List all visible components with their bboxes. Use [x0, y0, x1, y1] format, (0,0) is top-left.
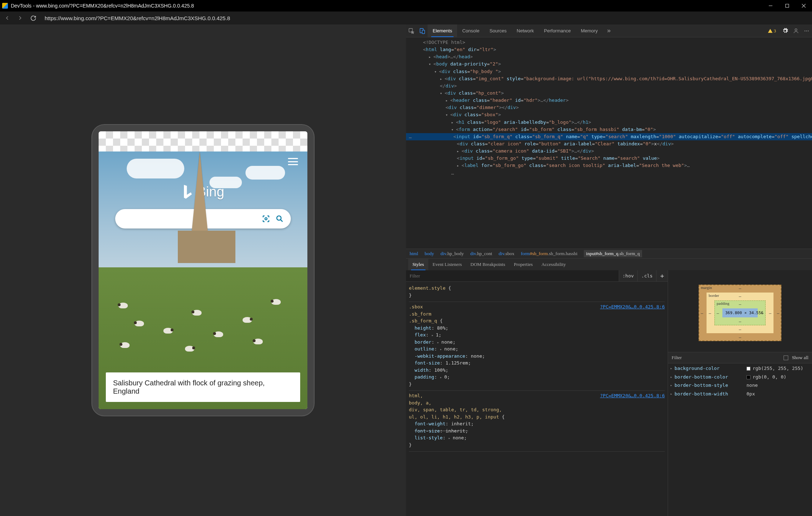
window-minimize-button[interactable]: [762, 0, 779, 12]
bing-hero: Bing: [99, 151, 307, 409]
dom-tree-line[interactable]: <html lang="en" dir="ltr">: [406, 46, 812, 53]
nav-forward-button[interactable]: [16, 14, 24, 22]
css-rule-block[interactable]: element.style {}: [409, 283, 665, 302]
dom-tree-line[interactable]: <h1 class="logo" aria-labelledby="b_logo…: [406, 119, 812, 126]
inspect-element-icon[interactable]: [406, 24, 417, 37]
dom-tree-line[interactable]: <form action="/search" id="sb_form" clas…: [406, 126, 812, 133]
search-input[interactable]: [122, 216, 257, 222]
computed-pane: margin –––– border –––– padding –––– 369…: [668, 270, 812, 516]
svg-point-9: [808, 30, 809, 31]
svg-point-8: [806, 30, 807, 31]
tab-performance[interactable]: Performance: [539, 24, 576, 37]
address-bar-url[interactable]: https://www.bing.com/?PC=EMMX20&refcv=n2…: [45, 15, 230, 21]
device-toggle-icon[interactable]: [417, 24, 428, 37]
window-titlebar: DevTools - www.bing.com/?PC=EMMX20&refcv…: [0, 0, 812, 12]
svg-point-7: [804, 30, 806, 31]
tab-memory[interactable]: Memory: [576, 24, 603, 37]
dom-tree[interactable]: <!DOCTYPE html> <html lang="en" dir="ltr…: [406, 37, 812, 249]
device-frame: Bing: [91, 124, 315, 416]
css-rule-block[interactable]: ?PC=EMMX20&…0.0.425.8:6html,body, a,div,…: [409, 391, 665, 452]
svg-rect-5: [422, 30, 425, 33]
dom-tree-line[interactable]: <div class="sbox">: [406, 111, 812, 118]
stab-properties[interactable]: Properties: [509, 259, 537, 270]
computed-filterbar: Filter Show all: [668, 352, 812, 363]
hov-toggle[interactable]: :hov: [619, 270, 637, 281]
dom-tree-line[interactable]: <div class="camera icon" data-iid="SBI">…: [406, 148, 812, 155]
stab-styles[interactable]: Styles: [408, 259, 428, 270]
svg-point-2: [277, 216, 281, 220]
devtools-panel: Elements Console Sources Network Perform…: [406, 24, 812, 516]
show-all-label[interactable]: Show all: [792, 355, 808, 361]
tab-console[interactable]: Console: [457, 24, 484, 37]
show-all-checkbox[interactable]: [784, 356, 788, 360]
box-model-content-size: 369.800 × 34.556: [722, 308, 758, 317]
dom-tree-line[interactable]: <body data-priority="2">: [406, 60, 812, 68]
search-icon[interactable]: [275, 214, 284, 223]
styles-tabbar: Styles Event Listeners DOM Breakpoints P…: [406, 259, 812, 270]
stab-dom-breakpoints[interactable]: DOM Breakpoints: [466, 259, 509, 270]
stab-accessibility[interactable]: Accessibility: [537, 259, 570, 270]
breadcrumb-item[interactable]: div.sbox: [499, 251, 514, 257]
dom-tree-line[interactable]: <head>…</head>: [406, 53, 812, 60]
dom-tree-line[interactable]: <div class="hp_body ">: [406, 68, 812, 75]
devtools-toolbar: Elements Console Sources Network Perform…: [406, 24, 812, 37]
dom-tree-line[interactable]: <div class="dimmer"></div>: [406, 104, 812, 111]
svg-point-1: [265, 218, 267, 220]
device-preview-pane: Bing: [0, 24, 406, 516]
computed-property-row[interactable]: background-colorrgb(255, 255, 255): [668, 364, 812, 373]
stab-event-listeners[interactable]: Event Listeners: [428, 259, 466, 270]
new-style-rule-button[interactable]: +: [656, 270, 668, 281]
hero-caption[interactable]: Salisbury Cathedral with flock of grazin…: [106, 372, 300, 402]
nav-reload-button[interactable]: [29, 14, 37, 22]
dom-tree-line[interactable]: … <input id="sb_form_q" class="sb_form_q…: [406, 133, 812, 140]
dom-tree-line[interactable]: </div>: [406, 82, 812, 90]
svg-point-6: [795, 29, 797, 31]
dom-tree-line[interactable]: …: [406, 169, 812, 177]
svg-rect-0: [786, 4, 789, 8]
tab-elements[interactable]: Elements: [428, 24, 457, 37]
more-tabs-icon[interactable]: [603, 24, 614, 37]
computed-property-row[interactable]: border-bottom-width0px: [668, 390, 812, 398]
styles-filter-input[interactable]: [406, 270, 619, 281]
dom-tree-line[interactable]: <input id="sb_form_go" type="submit" tit…: [406, 155, 812, 162]
window-close-button[interactable]: [795, 0, 812, 12]
account-icon[interactable]: [790, 24, 801, 37]
dom-tree-line[interactable]: <header class="header" id="hdr">…</heade…: [406, 97, 812, 104]
dom-tree-line[interactable]: <div class="hp_cont">: [406, 90, 812, 97]
cls-toggle[interactable]: .cls: [637, 270, 656, 281]
styles-rule-list[interactable]: element.style {}?PC=EMMX20&…0.0.425.8:6.…: [406, 282, 668, 516]
breadcrumb-item[interactable]: form#sb_form.sb_form.hassbi: [521, 251, 577, 257]
breadcrumb-item[interactable]: div.hp_cont: [470, 251, 492, 257]
dom-breadcrumb[interactable]: htmlbodydiv.hp_bodydiv.hp_contdiv.sboxfo…: [406, 249, 812, 259]
breadcrumb-item[interactable]: div.hp_body: [441, 251, 464, 257]
menu-hamburger-icon[interactable]: [288, 158, 298, 165]
box-model-diagram[interactable]: margin –––– border –––– padding –––– 369…: [668, 270, 812, 352]
cathedral-body-graphic: [178, 231, 235, 263]
styles-pane: :hov .cls + element.style {}?PC=EMMX20&……: [406, 270, 668, 516]
settings-gear-icon[interactable]: [780, 24, 790, 37]
breadcrumb-item[interactable]: html: [410, 251, 418, 257]
styles-filterbar: :hov .cls +: [406, 270, 668, 282]
computed-property-row[interactable]: border-bottom-stylenone: [668, 381, 812, 390]
warning-count[interactable]: 3: [768, 28, 776, 34]
tab-sources[interactable]: Sources: [484, 24, 512, 37]
browser-navbar: https://www.bing.com/?PC=EMMX20&refcv=n2…: [0, 12, 812, 24]
kebab-menu-icon[interactable]: [801, 24, 812, 37]
computed-property-row[interactable]: border-bottom-colorrgb(0, 0, 0): [668, 373, 812, 381]
nav-back-button[interactable]: [3, 14, 12, 22]
computed-property-list[interactable]: background-colorrgb(255, 255, 255)border…: [668, 363, 812, 516]
dom-tree-line[interactable]: <label for="sb_form_go" class="search ic…: [406, 162, 812, 169]
dom-tree-line[interactable]: <!DOCTYPE html>: [406, 39, 812, 46]
tab-network[interactable]: Network: [512, 24, 539, 37]
window-maximize-button[interactable]: [779, 0, 795, 12]
breadcrumb-item[interactable]: input#sb_form_q.sb_form_q: [584, 250, 642, 257]
dom-tree-line[interactable]: <div class="img_cont" style="background-…: [406, 75, 812, 82]
devtools-app-icon: [2, 3, 8, 9]
breadcrumb-item[interactable]: body: [425, 251, 434, 257]
dom-tree-line[interactable]: <div class="clear icon" role="button" ar…: [406, 140, 812, 148]
window-title: DevTools - www.bing.com/?PC=EMMX20&refcv…: [11, 3, 762, 9]
css-rule-block[interactable]: ?PC=EMMX20&…0.0.425.8:6.sbox.sb_form.sb_…: [409, 302, 665, 391]
computed-filter-label[interactable]: Filter: [672, 355, 780, 361]
visual-search-icon[interactable]: [261, 214, 271, 223]
device-screen[interactable]: Bing: [99, 131, 307, 409]
